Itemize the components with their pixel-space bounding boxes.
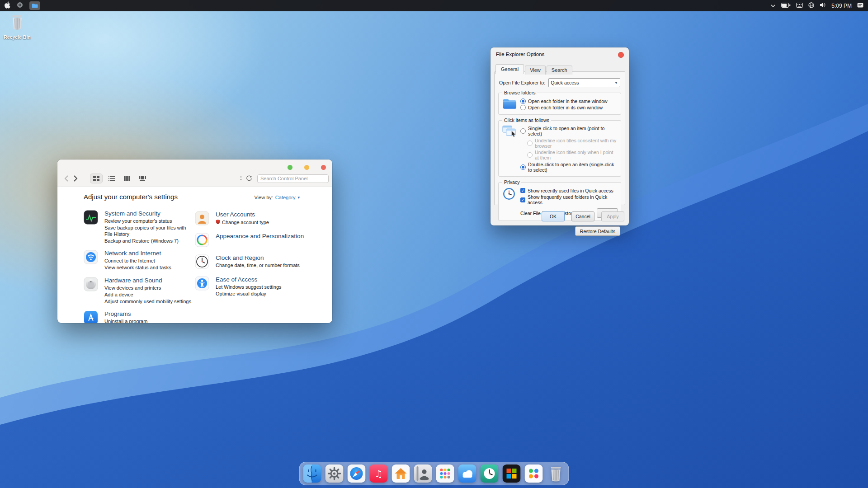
category-link[interactable]: Change date, time, or number formats [216,263,300,269]
dialog-title: File Explorer Options [496,52,544,57]
group-label: Browse folders [502,90,537,95]
refresh-icon[interactable] [245,174,254,183]
home-app-icon[interactable] [392,465,410,483]
category-title[interactable]: User Accounts [216,211,269,218]
radio-label[interactable]: Open each folder in the same window [528,99,608,104]
dialog-close-button[interactable] [618,52,624,58]
user-accounts-icon[interactable] [195,211,209,225]
tab-view[interactable]: View [525,66,546,75]
forward-icon[interactable] [71,174,80,183]
category-link[interactable]: Add a device [104,292,191,298]
category-link[interactable]: Save backup copies of your files with Fi… [104,225,190,237]
window-minimize-button[interactable] [288,165,292,170]
music-icon[interactable]: ♫ [370,465,388,483]
recycle-bin[interactable]: Recycle Bin [3,13,32,40]
clock-region-icon[interactable] [195,254,209,269]
column-view-button[interactable] [121,174,133,183]
notification-center-icon[interactable] [857,3,863,9]
category-link[interactable]: Review your computer's status [104,218,190,225]
category-link[interactable]: Let Windows suggest settings [216,284,282,291]
apply-button[interactable]: Apply [601,211,624,221]
apple-menu-icon[interactable] [5,1,10,10]
active-app-folder-icon[interactable] [29,1,40,10]
radio-single-click[interactable] [520,128,526,134]
list-view-button[interactable] [105,174,118,183]
globe-icon[interactable] [808,2,814,9]
window-close-button[interactable] [321,165,326,170]
widgets-icon[interactable] [525,465,543,483]
checkbox-recent-files[interactable] [520,188,525,193]
radio-label[interactable]: Double-click to open an item (single-cli… [528,162,618,173]
volume-icon[interactable] [820,2,826,9]
tab-search[interactable]: Search [547,66,572,75]
category-link[interactable]: Optimize visual display [216,291,282,297]
category-link[interactable]: Connect to the Internet [104,258,171,264]
ease-of-access-icon[interactable] [195,276,209,291]
category-title[interactable]: Ease of Access [216,276,282,283]
chevron-down-icon[interactable] [770,3,776,9]
category-link[interactable]: View network status and tasks [104,265,171,271]
back-icon[interactable] [62,174,71,183]
category-title[interactable]: Programs [104,310,147,317]
svg-text:♫: ♫ [374,469,383,479]
gallery-view-button[interactable] [136,174,149,183]
restore-defaults-button[interactable]: Restore Defaults [575,226,620,236]
window-zoom-button[interactable] [304,165,309,170]
view-by-dropdown[interactable]: Category [275,195,296,200]
category-link[interactable]: Uninstall a program [104,319,147,323]
radio-double-click[interactable] [520,164,526,170]
file-explorer-options-dialog: File Explorer Options General View Searc… [491,47,629,225]
category-link[interactable]: Adjust commonly used mobility settings [104,299,191,305]
radio-underline-consistent[interactable] [527,141,533,146]
category-user-accounts: User Accounts Change account type [195,211,326,225]
category-title[interactable]: Network and Internet [104,250,171,257]
folder-icon [502,98,517,111]
category-column-left: System and Security Review your computer… [84,210,195,323]
menu-bar-clock[interactable]: 5:09 PM [831,3,852,9]
category-title[interactable]: Hardware and Sound [104,277,191,284]
category-title[interactable]: Appearance and Personalization [216,233,304,239]
category-link[interactable]: View devices and printers [104,285,191,291]
checkbox-frequent-folders[interactable] [520,197,525,202]
action-menu-icon[interactable] [240,176,242,181]
category-title[interactable]: Clock and Region [216,254,300,261]
safari-icon[interactable] [348,465,366,483]
radio-underline-point[interactable] [527,152,533,158]
photos-cloud-icon[interactable] [458,465,476,483]
network-icon[interactable] [84,250,98,264]
search-input[interactable] [257,174,329,183]
category-link[interactable]: Change account type [222,220,269,225]
radio-own-window[interactable] [520,105,526,110]
cancel-button[interactable]: Cancel [571,211,594,221]
category-title[interactable]: System and Security [104,210,190,217]
appearance-icon[interactable] [195,233,209,247]
control-panel-toolbar [57,160,332,187]
category-link[interactable]: Backup and Restore (Windows 7) [104,238,190,244]
system-security-icon[interactable] [84,210,98,225]
chevron-down-icon: ▼ [614,81,618,85]
radio-label[interactable]: Single-click to open an item (point to s… [528,126,618,136]
page-title: Adjust your computer's settings [84,193,178,201]
keyboard-icon[interactable] [796,3,803,9]
launchpad-icon[interactable] [436,465,454,483]
finder-icon[interactable] [303,465,321,483]
radio-same-window[interactable] [520,99,526,104]
radio-label[interactable]: Open each folder in its own window [528,105,603,110]
disc-menu-icon[interactable] [17,2,23,9]
tab-general[interactable]: General [495,64,524,74]
checkbox-label[interactable]: Show frequently used folders in Quick ac… [528,194,618,205]
clock-app-icon[interactable] [481,465,499,483]
checkbox-label[interactable]: Show recently used files in Quick access [528,188,613,193]
icon-view-button[interactable] [90,174,103,183]
system-settings-icon[interactable] [326,465,344,483]
battery-icon[interactable] [781,3,791,9]
contacts-icon[interactable] [414,465,432,483]
open-explorer-dropdown[interactable]: Quick access ▼ [548,78,620,87]
windows-tile-icon[interactable] [503,465,521,483]
radio-label[interactable]: Underline icon titles only when I point … [535,150,618,160]
ok-button[interactable]: OK [542,211,565,221]
trash-icon[interactable] [547,465,565,483]
programs-icon[interactable] [84,310,98,323]
hardware-icon[interactable] [84,277,98,291]
radio-label[interactable]: Underline icon titles consistent with my… [535,138,618,149]
